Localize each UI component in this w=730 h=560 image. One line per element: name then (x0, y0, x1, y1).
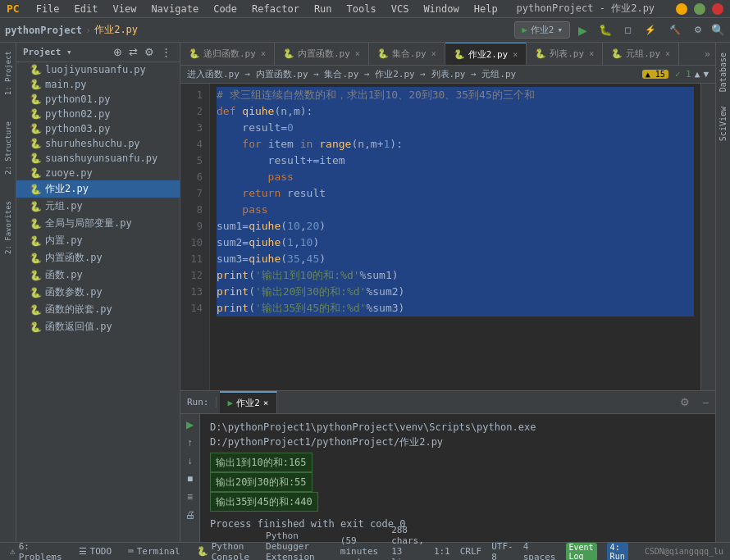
structure-tab[interactable]: 2: Structure (2, 116, 14, 180)
tab-close-btn[interactable]: × (589, 49, 594, 58)
tab-neizhi[interactable]: 🐍 内置函数.py × (275, 43, 369, 65)
wrap-btn[interactable]: ≡ (185, 489, 194, 504)
file-item-py02[interactable]: 🐍python02.py (16, 107, 180, 121)
print-btn[interactable]: 🖨 (184, 508, 197, 522)
project-tab[interactable]: 1: Project (2, 46, 14, 100)
line-num-8: 8 (180, 202, 203, 218)
run-tab-zuoye2[interactable]: ▶ 作业2 × (220, 391, 278, 413)
gear-btn[interactable]: ⚙ (143, 46, 156, 58)
tab-zuoye2[interactable]: 🐍 作业2.py × (445, 43, 527, 65)
toolbar: pythonProject › 作业2.py ▶ 作业2 ▾ ▶ 🐛 ◻ ⚡ 🔨… (0, 18, 730, 43)
menu-navigate[interactable]: Navigate (148, 2, 202, 16)
tab-close-btn[interactable]: × (431, 49, 436, 58)
close-button[interactable] (712, 3, 723, 15)
menu-code[interactable]: Code (210, 2, 240, 16)
status-python-console[interactable]: 🐍 Python Console (194, 541, 253, 561)
py-file-icon: 🐍 (30, 253, 42, 264)
stop-btn[interactable]: ■ (185, 471, 194, 486)
code-content[interactable]: # 求三组连续自然数的和，求出1到10、20到30、35到45的三个和 def … (210, 84, 700, 390)
debug-button[interactable]: 🐛 (595, 22, 615, 38)
new-file-btn[interactable]: ⊕ (112, 46, 124, 58)
tab-close-btn[interactable]: × (261, 49, 266, 58)
run-minimize-btn[interactable]: — (696, 397, 715, 408)
py-file-icon: 🐍 (30, 138, 42, 149)
tab-digui[interactable]: 🐍 递归函数.py × (180, 43, 275, 65)
file-item-luoji[interactable]: 🐍luojiyunsuanfu.py (16, 62, 180, 77)
file-item-hanshu[interactable]: 🐍函数.py (16, 266, 180, 284)
search-button[interactable]: 🔍 (711, 24, 725, 36)
settings-button[interactable]: ⚙ (690, 23, 706, 37)
file-item-quanju[interactable]: 🐍全局与局部变量.py (16, 215, 180, 232)
menu-view[interactable]: View (109, 2, 139, 16)
py-file-icon: 🐍 (30, 153, 42, 164)
tab-label: 递归函数.py (203, 48, 256, 60)
run-settings-btn[interactable]: ⚙ (673, 396, 696, 408)
file-item-qiantao[interactable]: 🐍函数的嵌套.py (16, 301, 180, 318)
tab-jihe[interactable]: 🐍 集合.py × (369, 43, 445, 65)
tab-label: 列表.py (550, 48, 584, 60)
scroll-up-btn[interactable]: ↑ (186, 435, 194, 450)
tab-close-btn[interactable]: × (513, 50, 518, 59)
tab-overflow-btn[interactable]: » (700, 48, 715, 60)
coverage-button[interactable]: ◻ (620, 23, 636, 37)
file-item-suan[interactable]: 🐍suanshuyunsuanfu.py (16, 151, 180, 166)
status-todo[interactable]: ☰ TODO (75, 546, 116, 557)
run-config-dropdown[interactable]: ▶ 作业2 ▾ (514, 21, 570, 39)
menu-window[interactable]: Window (420, 2, 462, 16)
todo-label: TODO (90, 546, 112, 557)
event-log-badge[interactable]: Event Log (566, 543, 597, 561)
line-num-3: 3 (180, 120, 203, 136)
layout-btn[interactable]: ⋮ (159, 46, 173, 58)
scroll-down-btn[interactable]: ↓ (186, 453, 194, 468)
menu-file[interactable]: File (33, 2, 63, 16)
menu-edit[interactable]: Edit (71, 2, 102, 16)
file-item-py01[interactable]: 🐍python01.py (16, 92, 180, 107)
file-item-zuoye[interactable]: 🐍zuoye.py (16, 166, 180, 180)
tab-close-btn[interactable]: × (355, 49, 360, 58)
file-item-main[interactable]: 🐍main.py (16, 77, 180, 92)
minimize-button[interactable] (676, 3, 687, 15)
tab-yuanzu[interactable]: 🐍 元组.py × (603, 43, 679, 65)
menu-refactor[interactable]: Refactor (249, 2, 303, 16)
file-item-py03[interactable]: 🐍python03.py (16, 121, 180, 136)
file-item-zuoye2[interactable]: 🐍作业2.py (16, 180, 180, 198)
status-terminal[interactable]: ⌨ Terminal (125, 546, 184, 557)
run-badge[interactable]: 4: Run (607, 543, 628, 561)
code-editor[interactable]: 1 2 3 4 5 6 7 8 9 10 11 12 13 14 # 求三组连续… (180, 84, 715, 390)
tab-close-btn[interactable]: × (665, 49, 670, 58)
file-item-shuru[interactable]: 🐍shuruheshuchu.py (16, 136, 180, 151)
menu-vcs[interactable]: VCS (388, 2, 413, 16)
nav-up-btn[interactable]: ▲ (695, 69, 700, 80)
tab-icon: 🐍 (611, 48, 623, 59)
build-button[interactable]: 🔨 (665, 23, 685, 37)
code-line-10: sum2=qiuhe(1,10) (217, 234, 694, 251)
status-problems[interactable]: ⚠ 6: Problems (7, 541, 66, 561)
sync-btn[interactable]: ⇄ (127, 46, 139, 58)
profile-button[interactable]: ⚡ (641, 23, 660, 37)
nav-down-btn[interactable]: ▼ (703, 69, 709, 80)
favorites-tab[interactable]: 2: Favorites (2, 196, 14, 259)
database-tab[interactable]: Database (717, 46, 729, 98)
run-again-btn[interactable]: ▶ (185, 417, 195, 432)
file-item-canshu[interactable]: 🐍函数参数.py (16, 284, 180, 301)
run-button[interactable]: ▶ (575, 22, 591, 39)
code-line-3: result=0 (217, 120, 694, 136)
tab-icon: 🐍 (283, 48, 294, 59)
tab-icon: 🐍 (454, 49, 465, 60)
sciview-tab[interactable]: SciView (717, 100, 729, 148)
code-line-11: sum3=qiuhe(35,45) (217, 251, 694, 267)
file-item-yuanzu[interactable]: 🐍元组.py (16, 198, 180, 215)
project-panel-header: Project ▾ ⊕ ⇄ ⚙ ⋮ (16, 43, 180, 62)
tab-liebiao[interactable]: 🐍 列表.py × (527, 43, 603, 65)
file-item-neizhifunc[interactable]: 🐍内置函数.py (16, 249, 180, 266)
run-tab-close-icon: × (263, 398, 269, 408)
editor-tab-bar: 🐍 递归函数.py × 🐍 内置函数.py × 🐍 集合.py × 🐍 作业2.… (180, 43, 715, 66)
menu-run[interactable]: Run (311, 2, 335, 16)
code-line-8: pass (217, 202, 694, 218)
file-item-neizhi[interactable]: 🐍内置.py (16, 232, 180, 249)
maximize-button[interactable] (694, 3, 705, 15)
menu-tools[interactable]: Tools (344, 2, 380, 16)
menu-help[interactable]: Help (471, 2, 501, 16)
file-item-fanhui[interactable]: 🐍函数返回值.py (16, 318, 180, 335)
tab-label: 元组.py (626, 48, 660, 60)
